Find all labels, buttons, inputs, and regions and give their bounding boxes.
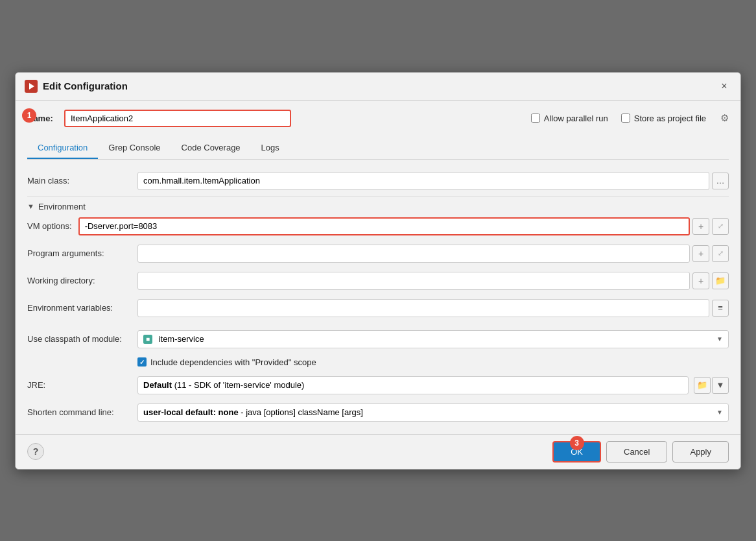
tabs: Configuration Grep Console Code Coverage…: [27, 138, 729, 160]
jre-value: Default (11 - SDK of 'item-service' modu…: [143, 380, 304, 390]
program-args-label: Program arguments:: [27, 248, 137, 258]
edit-configuration-dialog: Edit Configuration × 1 Name: Allow paral…: [15, 72, 741, 470]
dialog-title: Edit Configuration: [43, 80, 128, 91]
tab-grep-console[interactable]: Grep Console: [98, 138, 171, 159]
working-dir-label: Working directory:: [27, 276, 137, 285]
name-input[interactable]: [64, 110, 291, 127]
jre-browse-button[interactable]: 📁: [694, 377, 711, 394]
vm-options-row: 2 VM options: + ⤢: [27, 213, 729, 240]
gear-icon[interactable]: ⚙: [720, 112, 729, 124]
tab-configuration[interactable]: Configuration: [27, 138, 98, 159]
badge-3: 3: [570, 436, 584, 450]
classpath-chevron-down-icon: ▼: [716, 335, 723, 343]
cancel-button[interactable]: Cancel: [606, 441, 667, 463]
include-deps-checkbox[interactable]: Include dependencies with "Provided" sco…: [137, 357, 316, 367]
shorten-cmd-chevron-down-icon: ▼: [716, 409, 723, 416]
close-button[interactable]: ×: [717, 79, 731, 93]
right-options: Allow parallel run Store as project file…: [531, 112, 729, 124]
tab-code-coverage[interactable]: Code Coverage: [171, 138, 251, 159]
working-dir-row: Working directory: + 📁: [27, 267, 729, 295]
working-dir-field: + 📁: [137, 272, 729, 290]
title-bar: Edit Configuration ×: [16, 73, 740, 101]
include-deps-label: Include dependencies with "Provided" sco…: [150, 357, 316, 367]
form-area: Main class: … ▼ Environment 2 VM options…: [27, 160, 729, 434]
name-row: 1 Name: Allow parallel run Store as proj…: [27, 110, 729, 127]
env-vars-input[interactable]: [137, 299, 709, 317]
jre-select[interactable]: Default (11 - SDK of 'item-service' modu…: [137, 376, 689, 394]
allow-parallel-run-input[interactable]: [531, 114, 540, 123]
env-vars-row: Environment variables: ≡: [27, 295, 729, 322]
name-label: 1 Name:: [27, 114, 56, 123]
tab-logs[interactable]: Logs: [251, 138, 290, 159]
jre-label: JRE:: [27, 380, 137, 390]
store-as-project-file-input[interactable]: [621, 114, 630, 123]
jre-dropdown-button[interactable]: ▼: [712, 377, 729, 394]
classpath-label: Use classpath of module:: [27, 334, 137, 344]
env-vars-edit-button[interactable]: ≡: [712, 300, 729, 317]
main-class-browse-button[interactable]: …: [712, 173, 729, 189]
program-args-expand-button[interactable]: ⤢: [712, 245, 729, 262]
env-vars-field: ≡: [137, 299, 729, 317]
classpath-value: item-service: [159, 334, 204, 344]
dialog-content: 1 Name: Allow parallel run Store as proj…: [16, 101, 740, 434]
store-as-project-file-checkbox[interactable]: Store as project file: [621, 114, 706, 123]
title-bar-left: Edit Configuration: [25, 80, 128, 93]
allow-parallel-run-checkbox[interactable]: Allow parallel run: [531, 114, 608, 123]
footer: ? 3 OK Cancel Apply: [16, 434, 740, 469]
badge-1: 1: [22, 108, 36, 123]
divider-1: [27, 196, 729, 197]
app-icon: [25, 80, 38, 93]
vm-options-expand-button[interactable]: ⤢: [712, 218, 729, 235]
chevron-down-icon: ▼: [27, 202, 34, 210]
jre-row: JRE: Default (11 - SDK of 'item-service'…: [27, 372, 729, 399]
vm-options-input[interactable]: [78, 217, 690, 235]
help-button[interactable]: ?: [27, 443, 44, 460]
jre-field: Default (11 - SDK of 'item-service' modu…: [137, 376, 729, 394]
env-vars-label: Environment variables:: [27, 303, 137, 313]
vm-options-field: + ⤢: [78, 217, 729, 235]
module-icon: ■: [143, 335, 152, 344]
program-args-row: Program arguments: + ⤢: [27, 240, 729, 267]
main-class-row: Main class: …: [27, 167, 729, 195]
footer-buttons: 3 OK Cancel Apply: [552, 441, 729, 463]
apply-button[interactable]: Apply: [672, 441, 729, 463]
classpath-row: Use classpath of module: ■ item-service …: [27, 326, 729, 353]
main-class-input[interactable]: [137, 172, 709, 190]
working-dir-add-button[interactable]: +: [692, 272, 709, 289]
program-args-field: + ⤢: [137, 245, 729, 263]
vm-options-label: VM options:: [27, 221, 78, 231]
shorten-cmd-select[interactable]: user-local default: none - java [options…: [137, 403, 729, 422]
program-args-add-button[interactable]: +: [692, 245, 709, 262]
working-dir-browse-button[interactable]: 📁: [712, 272, 729, 289]
include-deps-checkbox-icon: [137, 357, 147, 367]
main-class-field: …: [137, 172, 729, 190]
environment-section-header[interactable]: ▼ Environment: [27, 198, 729, 213]
shorten-cmd-label: Shorten command line:: [27, 407, 137, 417]
vm-options-add-button[interactable]: +: [692, 218, 709, 235]
include-deps-row: Include dependencies with "Provided" sco…: [27, 353, 729, 372]
shorten-cmd-row: Shorten command line: user-local default…: [27, 399, 729, 426]
ok-button[interactable]: 3 OK: [552, 441, 601, 463]
classpath-select[interactable]: ■ item-service ▼: [137, 330, 729, 348]
vm-options-label-wrapper: 2 VM options:: [27, 221, 78, 231]
program-args-input[interactable]: [137, 245, 690, 263]
main-class-label: Main class:: [27, 176, 137, 186]
shorten-cmd-value: user-local default: none - java [options…: [143, 407, 363, 417]
working-dir-input[interactable]: [137, 272, 690, 290]
environment-label: Environment: [38, 202, 86, 211]
